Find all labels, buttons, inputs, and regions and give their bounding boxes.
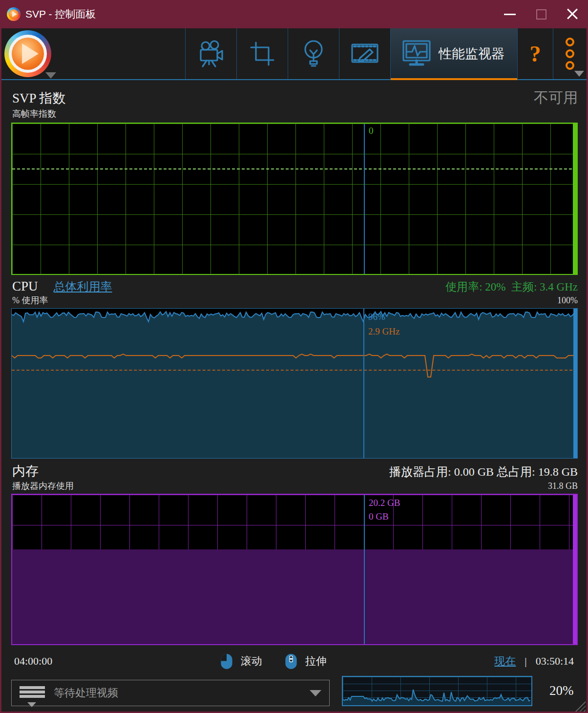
memory-section-title: 内存 [12,462,39,480]
cpu-section-header: CPU 总体利用率 使用率: 20% 主频: 3.4 GHz [1,275,587,294]
svp-section-header: SVP 指数 不可用 [1,80,587,108]
svp-section-title: SVP 指数 [12,89,65,107]
toolbar: 性能监视器 ? [1,28,587,80]
memory-cursor-total: 20.2 GB [369,498,400,508]
logo-dropdown-caret-icon [45,72,56,79]
app-logo-icon [7,7,21,21]
svp-graph-cursor [364,124,365,274]
tab-performance-monitor-label: 性能监视器 [439,45,504,63]
queue-list-icon [20,685,45,701]
memory-axis-row: 播放器内存使用 31.8 GB [1,480,587,494]
window-controls [494,0,588,28]
time-range-start: 04:00:00 [14,655,52,668]
crop-icon [249,41,275,67]
help-icon: ? [530,41,541,67]
cpu-axis-max: 100% [557,295,578,306]
cpu-graph[interactable]: 96% 2.9 GHz [11,308,578,459]
current-time: 03:50:14 [536,655,574,668]
tab-performance-monitor[interactable]: 性能监视器 [390,28,517,79]
svp-subtitle-row: 高帧率指数 [1,108,587,123]
svp-subtitle: 高帧率指数 [12,108,56,120]
time-controls: 现在 | 03:50:14 [494,654,574,669]
svp-current-value-bar [573,124,577,274]
svp-status: 不可用 [534,88,578,108]
close-button[interactable] [557,0,588,28]
memory-stats: 播放器占用: 0.00 GB 总占用: 19.8 GB [389,464,578,480]
cpu-stats: 使用率: 20% 主频: 3.4 GHz [445,279,578,294]
cpu-usage-plot [12,309,578,458]
close-icon [567,8,578,20]
memory-cursor-player: 0 GB [369,511,389,522]
svp-index-graph[interactable]: 0 [11,123,578,275]
svp-control-panel-window: SVP - 控制面板 [0,0,588,713]
memory-axis-max: 31.8 GB [548,481,578,491]
video-profiles-button[interactable] [185,28,236,79]
toolbar-buttons: 性能监视器 ? [185,28,587,79]
mini-cpu-graph [342,676,532,706]
cpu-dashed-reference-line [12,370,577,371]
video-editor-button[interactable] [339,28,390,79]
time-divider: | [525,655,526,668]
cpu-axis-row: % 使用率 100% [1,294,587,308]
memory-current-value-bar [573,495,577,644]
memory-graph[interactable]: 20.2 GB 0 GB [11,494,578,645]
mini-cpu-plot [343,677,531,705]
menu-caret-icon [574,71,584,77]
mouse-scroll-icon [220,653,233,670]
mouse-stretch-icon [285,653,297,670]
svp-cursor-value: 0 [369,126,374,136]
performance-monitor-icon [401,39,432,68]
cpu-axis-label: % 使用率 [12,294,48,306]
scroll-hint-label: 滚动 [241,654,262,669]
cpu-overall-utilization-link[interactable]: 总体利用率 [54,279,112,294]
minimize-button[interactable] [494,0,525,28]
window-title: SVP - 控制面板 [25,7,96,21]
now-link[interactable]: 现在 [494,654,516,669]
status-bar: 等待处理视频 20% [1,677,587,712]
maximize-button[interactable] [525,0,557,28]
time-bar: 04:00:00 滚动 拉伸 现在 | 03:50:14 [1,645,587,677]
cpu-cursor-freq: 2.9 GHz [368,326,399,337]
frame-size-button[interactable] [236,28,288,79]
mouse-hints: 滚动 拉伸 [220,653,327,670]
maximize-icon [536,9,546,20]
cpu-load-value: 20% [549,683,574,698]
memory-section-header: 内存 播放器占用: 0.00 GB 总占用: 19.8 GB [1,459,587,480]
queue-dropdown[interactable]: 等待处理视频 [11,680,330,706]
resize-grip[interactable] [575,701,586,712]
cpu-cursor-usage: 96% [368,312,385,322]
app-body: 性能监视器 ? SVP 指数 不可用 高帧率指数 [1,28,587,712]
lightbulb-icon [303,40,324,68]
queue-dropdown-caret-icon [310,690,321,696]
camera-icon [197,40,225,67]
main-menu-logo-button[interactable] [4,30,58,79]
cpu-current-value-bar [573,309,577,458]
more-menu-button[interactable] [553,28,587,79]
titlebar: SVP - 控制面板 [0,0,588,28]
memory-used-area [12,549,577,644]
queue-label: 等待处理视频 [54,686,118,700]
stretch-hint-label: 拉伸 [305,654,327,669]
memory-subtitle: 播放器内存使用 [12,480,74,492]
queue-list-caret-icon [27,702,36,707]
help-button[interactable]: ? [517,28,553,79]
settings-hints-button[interactable] [288,28,339,79]
kebab-menu-icon [565,38,575,70]
minimize-icon [504,14,516,15]
memory-graph-cursor [364,495,365,644]
svp-dashed-reference-line [12,168,577,169]
cpu-section-title: CPU [12,279,38,294]
cpu-graph-cursor [363,309,364,458]
svp-logo-icon [4,30,51,77]
film-edit-icon [350,41,379,67]
